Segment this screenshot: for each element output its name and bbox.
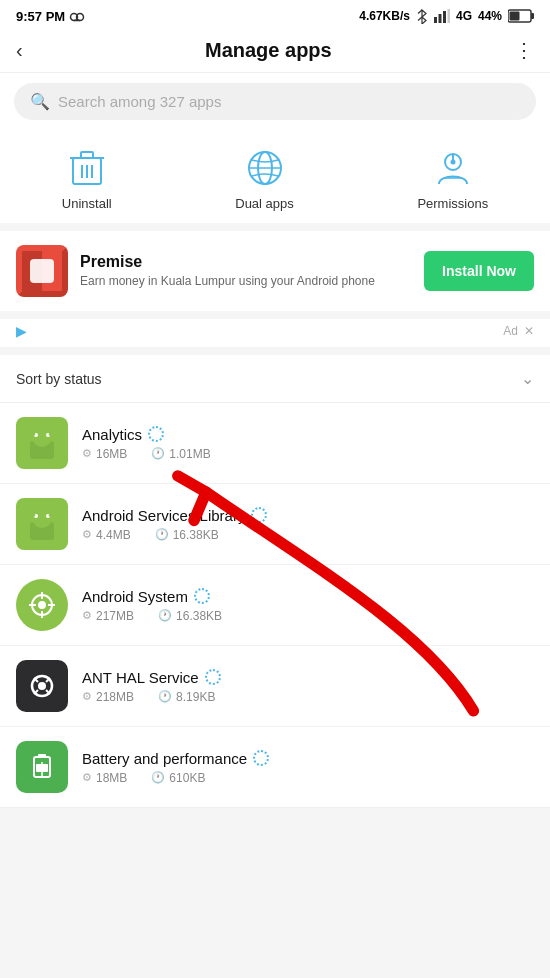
bluetooth-icon [416, 8, 428, 24]
search-icon: 🔍 [30, 92, 50, 111]
storage-icon: ⚙ [82, 690, 92, 703]
status-bar: 9:57 PM 4.67KB/s 4G 44% [0, 0, 550, 28]
list-item[interactable]: Android Services Library ⚙ 4.4MB 🕐 16.38… [0, 484, 550, 565]
cache-icon: 🕐 [151, 447, 165, 460]
ad-play-icon: ▶ [16, 323, 27, 339]
uninstall-button[interactable]: Uninstall [62, 146, 112, 211]
time: 9:57 PM [16, 9, 65, 24]
back-button[interactable]: ‹ [16, 39, 23, 62]
permissions-button[interactable]: Permissions [417, 146, 488, 211]
svg-rect-55 [38, 754, 46, 758]
sort-row[interactable]: Sort by status ⌄ [0, 355, 550, 403]
list-item[interactable]: ANT HAL Service ⚙ 218MB 🕐 8.19KB [0, 646, 550, 727]
status-right: 4.67KB/s 4G 44% [359, 8, 534, 24]
storage-icon: ⚙ [82, 609, 92, 622]
app-status-dots [253, 750, 269, 766]
app-name: Android System [82, 588, 188, 605]
app-icon-analytics [16, 417, 68, 469]
app-name: Analytics [82, 426, 142, 443]
app-cache: 610KB [169, 771, 205, 785]
svg-rect-26 [30, 259, 54, 283]
svg-rect-8 [447, 9, 450, 23]
app-info: Android System ⚙ 217MB 🕐 16.38KB [82, 588, 534, 623]
ad-banner: Premise Earn money in Kuala Lumpur using… [0, 231, 550, 319]
page-title: Manage apps [205, 39, 332, 62]
app-icon-battery [16, 741, 68, 793]
uninstall-label: Uninstall [62, 196, 112, 211]
more-options-button[interactable]: ⋮ [514, 38, 534, 62]
ad-title: Premise [80, 253, 412, 271]
app-status-dots [148, 426, 164, 442]
storage-icon: ⚙ [82, 771, 92, 784]
voicemail-icon [69, 8, 85, 24]
svg-point-28 [32, 427, 52, 447]
ad-close-button[interactable]: ✕ [524, 324, 534, 338]
svg-rect-14 [81, 152, 93, 158]
svg-point-34 [32, 508, 52, 528]
app-cache: 1.01MB [169, 447, 210, 461]
battery-icon [508, 9, 534, 23]
svg-line-3 [418, 17, 422, 21]
action-buttons: Uninstall Dual apps Permissions [0, 130, 550, 231]
app-name: Android Services Library [82, 507, 245, 524]
top-nav: ‹ Manage apps ⋮ [0, 28, 550, 73]
dual-apps-button[interactable]: Dual apps [235, 146, 294, 211]
network-type: 4G [456, 9, 472, 23]
app-name: ANT HAL Service [82, 669, 199, 686]
search-container: 🔍 Search among 327 apps [0, 73, 550, 130]
app-icon-android-services [16, 498, 68, 550]
app-list: Analytics ⚙ 16MB 🕐 1.01MB [0, 403, 550, 808]
app-icon-android-system [16, 579, 68, 631]
app-size: 4.4MB [96, 528, 131, 542]
permissions-label: Permissions [417, 196, 488, 211]
ad-description: Earn money in Kuala Lumpur using your An… [80, 273, 412, 290]
dual-apps-label: Dual apps [235, 196, 294, 211]
svg-point-41 [38, 601, 46, 609]
app-size: 218MB [96, 690, 134, 704]
cache-icon: 🕐 [155, 528, 169, 541]
signal-icon [434, 9, 450, 23]
app-name: Battery and performance [82, 750, 247, 767]
app-cache: 16.38KB [173, 528, 219, 542]
app-info: Android Services Library ⚙ 4.4MB 🕐 16.38… [82, 507, 534, 542]
app-info: Analytics ⚙ 16MB 🕐 1.01MB [82, 426, 534, 461]
dual-apps-icon [243, 146, 287, 190]
svg-rect-7 [443, 11, 446, 23]
app-status-dots [251, 507, 267, 523]
svg-line-4 [418, 10, 422, 14]
app-info: ANT HAL Service ⚙ 218MB 🕐 8.19KB [82, 669, 534, 704]
svg-rect-10 [531, 13, 534, 19]
app-size: 18MB [96, 771, 127, 785]
cache-icon: 🕐 [151, 771, 165, 784]
app-size: 217MB [96, 609, 134, 623]
app-cache: 8.19KB [176, 690, 215, 704]
ad-content: Premise Earn money in Kuala Lumpur using… [80, 253, 412, 290]
app-status-dots [205, 669, 221, 685]
svg-rect-6 [438, 14, 441, 23]
ad-label: Ad [503, 324, 518, 338]
app-cache: 16.38KB [176, 609, 222, 623]
list-item[interactable]: Analytics ⚙ 16MB 🕐 1.01MB [0, 403, 550, 484]
permissions-icon [431, 146, 475, 190]
svg-rect-56 [36, 764, 48, 772]
install-now-button[interactable]: Install Now [424, 251, 534, 291]
sort-chevron-icon: ⌄ [521, 369, 534, 388]
app-list-wrapper: Analytics ⚙ 16MB 🕐 1.01MB [0, 403, 550, 808]
app-info: Battery and performance ⚙ 18MB 🕐 610KB [82, 750, 534, 785]
list-item[interactable]: Battery and performance ⚙ 18MB 🕐 610KB [0, 727, 550, 808]
list-item[interactable]: Android System ⚙ 217MB 🕐 16.38KB [0, 565, 550, 646]
app-icon-ant-hal [16, 660, 68, 712]
uninstall-icon [65, 146, 109, 190]
cache-icon: 🕐 [158, 690, 172, 703]
svg-rect-5 [434, 17, 437, 23]
battery-percent: 44% [478, 9, 502, 23]
sort-label: Sort by status [16, 371, 102, 387]
app-status-dots [194, 588, 210, 604]
storage-icon: ⚙ [82, 528, 92, 541]
svg-point-52 [38, 682, 46, 690]
app-size: 16MB [96, 447, 127, 461]
search-bar[interactable]: 🔍 Search among 327 apps [14, 83, 536, 120]
cache-icon: 🕐 [158, 609, 172, 622]
storage-icon: ⚙ [82, 447, 92, 460]
search-placeholder: Search among 327 apps [58, 93, 221, 110]
